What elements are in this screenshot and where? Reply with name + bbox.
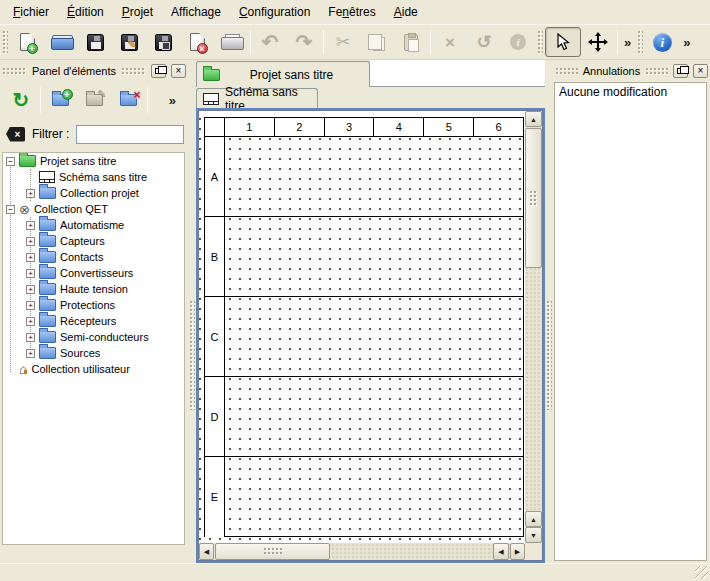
column-header-5: 5: [424, 118, 474, 136]
tree-item-capteurs[interactable]: + Capteurs: [3, 233, 184, 249]
scroll-up-button-2[interactable]: ▲: [525, 511, 542, 527]
clear-filter-icon[interactable]: ×: [6, 127, 25, 142]
redo-button[interactable]: ↷: [287, 26, 321, 58]
diagram-view[interactable]: 1 2 3 4 5 6 A B: [196, 108, 545, 563]
scroll-up-button[interactable]: ▲: [525, 111, 542, 127]
new-category-button[interactable]: +: [45, 85, 75, 115]
dock-grip-texture: [555, 67, 578, 75]
tree-item-project[interactable]: − Projet sans titre: [3, 153, 184, 169]
expand-icon[interactable]: +: [26, 269, 35, 278]
toolbar-separator: [430, 30, 431, 54]
menu-fenetres[interactable]: Fenêtres: [319, 2, 384, 22]
resize-grip[interactable]: [695, 566, 708, 579]
expand-icon[interactable]: +: [26, 189, 35, 198]
paste-button[interactable]: [394, 26, 428, 58]
vertical-scrollbar[interactable]: ▲ ▲ ▼: [525, 111, 542, 543]
tree-item-collection-qet[interactable]: − ⊗ Collection QET: [3, 201, 184, 217]
expand-icon[interactable]: +: [26, 349, 35, 358]
save-all-button[interactable]: [146, 26, 180, 58]
undo-panel-titlebar[interactable]: Annulations ×: [555, 62, 708, 80]
expand-icon[interactable]: +: [26, 301, 35, 310]
panel-toolbar-overflow-button[interactable]: »: [165, 93, 180, 108]
scroll-left-button[interactable]: ◀: [199, 543, 214, 560]
tree-item-haute-tension[interactable]: + Haute tension: [3, 281, 184, 297]
undo-button[interactable]: ↶: [253, 26, 287, 58]
tree-item-collection-utilisateur[interactable]: ⌂ Collection utilisateur: [3, 361, 184, 377]
horizontal-scrollbar[interactable]: ◀ ◀ ▶: [199, 543, 525, 560]
expand-icon[interactable]: +: [26, 253, 35, 262]
tree-item-schema[interactable]: Schéma sans titre: [3, 169, 184, 185]
tabbar-empty-area: [370, 60, 545, 87]
save-as-button[interactable]: ✎: [112, 26, 146, 58]
scroll-down-button[interactable]: ▼: [525, 527, 542, 543]
undo-list-item[interactable]: Aucune modification: [555, 83, 706, 101]
schema-icon: [39, 171, 55, 183]
rotate-button[interactable]: ↺: [467, 26, 501, 58]
close-file-button[interactable]: ×: [180, 26, 214, 58]
tree-item-collection-projet[interactable]: + Collection projet: [3, 185, 184, 201]
tab-project[interactable]: Projet sans titre: [196, 61, 370, 87]
about-button[interactable]: i: [645, 26, 679, 58]
print-button[interactable]: [214, 26, 248, 58]
toolbar-grip[interactable]: [537, 30, 543, 54]
delete-button[interactable]: ×: [433, 26, 467, 58]
reload-collections-button[interactable]: ↻: [6, 85, 36, 115]
dock-close-button[interactable]: ×: [171, 64, 186, 78]
cut-button[interactable]: ✂: [326, 26, 360, 58]
menu-edition[interactable]: Édition: [58, 2, 113, 22]
toolbar-overflow-button[interactable]: »: [620, 35, 635, 50]
undo-icon: ↶: [262, 32, 279, 52]
copy-button[interactable]: [360, 26, 394, 58]
scroll-left-button-2[interactable]: ◀: [493, 543, 509, 560]
toolbar-grip[interactable]: [637, 30, 643, 54]
scroll-right-button[interactable]: ▶: [510, 543, 525, 560]
diagram-canvas[interactable]: 1 2 3 4 5 6 A B: [199, 111, 525, 543]
toolbar-overflow-button[interactable]: »: [679, 35, 694, 50]
filter-input[interactable]: [76, 125, 184, 144]
vertical-scroll-thumb[interactable]: [525, 128, 542, 268]
undo-panel-dock: Annulations × Aucune modification: [553, 60, 710, 563]
toolbar-grip[interactable]: [2, 30, 8, 54]
tree-item-automatisme[interactable]: + Automatisme: [3, 217, 184, 233]
expand-icon[interactable]: +: [26, 285, 35, 294]
collapse-icon[interactable]: −: [6, 157, 15, 166]
edit-category-button[interactable]: ✎: [79, 85, 109, 115]
tree-item-protections[interactable]: + Protections: [3, 297, 184, 313]
tree-item-contacts[interactable]: + Contacts: [3, 249, 184, 265]
menu-aide[interactable]: Aide: [385, 2, 427, 22]
about-icon: i: [653, 33, 672, 52]
horizontal-scroll-thumb[interactable]: [215, 543, 330, 560]
menu-affichage[interactable]: Affichage: [162, 2, 230, 22]
row-header-E: E: [205, 457, 225, 537]
row-header-B: B: [205, 217, 225, 296]
menu-fichier[interactable]: Fichier: [4, 2, 58, 22]
expand-icon[interactable]: +: [26, 221, 35, 230]
dock-float-button[interactable]: [151, 64, 166, 78]
right-splitter[interactable]: [545, 60, 553, 563]
tree-item-convertisseurs[interactable]: + Convertisseurs: [3, 265, 184, 281]
menu-projet[interactable]: Projet: [113, 2, 162, 22]
tree-item-semi-conducteurs[interactable]: + Semi-conducteurs: [3, 329, 184, 345]
new-file-button[interactable]: +: [10, 26, 44, 58]
expand-icon[interactable]: +: [26, 333, 35, 342]
elements-panel-titlebar[interactable]: Panel d'éléments ×: [2, 62, 186, 80]
expand-icon[interactable]: +: [26, 317, 35, 326]
delete-category-button[interactable]: ×: [113, 85, 143, 115]
select-tool-button[interactable]: [545, 27, 581, 57]
tree-item-sources[interactable]: + Sources: [3, 345, 184, 361]
undo-history-list[interactable]: Aucune modification: [554, 82, 707, 561]
menu-configuration[interactable]: Configuration: [230, 2, 319, 22]
collapse-icon[interactable]: −: [6, 205, 15, 214]
expand-icon[interactable]: +: [26, 237, 35, 246]
filter-row: × Filtrer :: [2, 122, 186, 146]
open-file-button[interactable]: [44, 26, 78, 58]
save-button[interactable]: [78, 26, 112, 58]
tree-item-recepteurs[interactable]: + Récepteurs: [3, 313, 184, 329]
left-splitter[interactable]: [188, 60, 196, 563]
move-tool-button[interactable]: [581, 26, 615, 58]
element-info-button[interactable]: i: [501, 26, 535, 58]
tab-schema[interactable]: Schéma sans titre: [196, 88, 318, 108]
column-header-row: 1 2 3 4 5 6: [205, 118, 523, 137]
dock-close-button[interactable]: ×: [693, 64, 708, 78]
dock-float-button[interactable]: [673, 64, 688, 78]
